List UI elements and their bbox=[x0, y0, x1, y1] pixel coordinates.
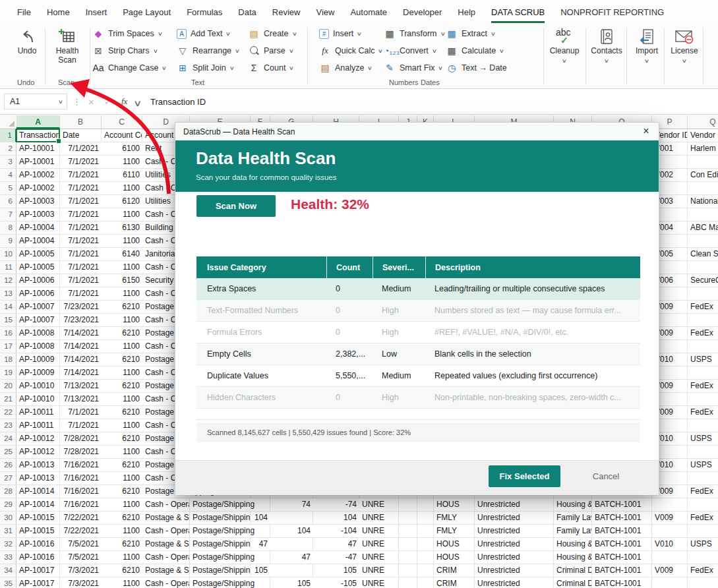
cell-I31[interactable]: UNRE bbox=[359, 525, 387, 537]
cell-A34[interactable]: AP-10017 bbox=[16, 564, 57, 577]
text-date-button[interactable]: ◷Text → Date bbox=[446, 61, 507, 75]
row-header-32[interactable]: 32 bbox=[0, 538, 16, 550]
tab-view[interactable]: View bbox=[308, 0, 342, 24]
cell-E31[interactable]: Postage/Shipping bbox=[190, 525, 257, 537]
cell-Q8[interactable]: ABC Maintenance bbox=[688, 221, 718, 234]
row-header-2[interactable]: 2 bbox=[0, 142, 16, 155]
cell-B20[interactable]: 7/13/2021 bbox=[60, 380, 102, 392]
cell-Q4[interactable]: Con Edison bbox=[688, 169, 718, 181]
cell-C35[interactable]: 1100 bbox=[102, 577, 142, 588]
row-header-10[interactable]: 10 bbox=[0, 248, 16, 260]
cell-Q18[interactable]: USPS bbox=[688, 353, 715, 366]
row-header-17[interactable]: 17 bbox=[0, 340, 16, 353]
tab-home[interactable]: Home bbox=[39, 0, 78, 24]
cell-M35[interactable]: Unrestricted bbox=[475, 577, 523, 588]
cell-O31[interactable]: BATCH-1001 bbox=[592, 525, 643, 537]
cell-D30[interactable]: Postage & Shipping bbox=[142, 512, 189, 524]
scan-now-button[interactable]: Scan Now bbox=[196, 195, 276, 217]
tab-developer[interactable]: Developer bbox=[395, 0, 450, 24]
issue-row-formula-errors[interactable]: Formula Errors0High#REF!, #VALUE!, #N/A,… bbox=[196, 322, 640, 343]
cell-B7[interactable]: 7/1/2021 bbox=[60, 208, 102, 221]
cell-A10[interactable]: AP-10005 bbox=[16, 248, 57, 260]
cell-B2[interactable]: 7/1/2021 bbox=[60, 142, 102, 155]
cell-C25[interactable]: 1100 bbox=[102, 446, 142, 458]
cell-O32[interactable]: BATCH-1001 bbox=[592, 538, 643, 550]
tab-formulas[interactable]: Formulas bbox=[179, 0, 230, 24]
cleanup-button[interactable]: abc✓Cleanup∨ bbox=[546, 28, 583, 64]
cell-D6[interactable]: Utilities bbox=[142, 195, 173, 208]
cell-C8[interactable]: 6130 bbox=[102, 221, 142, 234]
change-case-button[interactable]: AaChange Case∨ bbox=[92, 61, 166, 75]
cell-A27[interactable]: AP-10013 bbox=[16, 472, 57, 485]
fix-selected-button[interactable]: Fix Selected bbox=[489, 465, 560, 487]
import-button[interactable]: Import∨ bbox=[628, 28, 665, 64]
issue-row-duplicate-values[interactable]: Duplicate Values5,550,...MediumRepeated … bbox=[196, 365, 640, 387]
cell-L33[interactable]: HOUS bbox=[434, 551, 462, 564]
cell-C21[interactable]: 1100 bbox=[102, 393, 142, 405]
formula-input[interactable]: Transaction ID bbox=[150, 94, 206, 109]
cell-F32[interactable]: 47 bbox=[251, 538, 270, 550]
row-header-35[interactable]: 35 bbox=[0, 577, 16, 588]
cell-L31[interactable]: FMLY bbox=[434, 525, 460, 537]
cell-I34[interactable]: UNRE bbox=[359, 564, 387, 577]
cell-A8[interactable]: AP-10004 bbox=[16, 221, 57, 234]
row-header-11[interactable]: 11 bbox=[0, 261, 16, 274]
cell-E30[interactable]: Postage/Shipping bbox=[190, 512, 250, 524]
cell-A4[interactable]: AP-10002 bbox=[16, 169, 57, 181]
cell-N31[interactable]: Family Law bbox=[554, 525, 591, 537]
cell-B32[interactable]: 7/5/2021 bbox=[60, 538, 102, 550]
cell-A18[interactable]: AP-10009 bbox=[16, 353, 57, 366]
cell-N35[interactable]: Criminal Defense bbox=[554, 577, 591, 588]
name-box[interactable]: A1 ∨ bbox=[4, 94, 67, 109]
cell-I33[interactable]: UNRE bbox=[359, 551, 387, 564]
row-header-28[interactable]: 28 bbox=[0, 485, 16, 498]
cell-B6[interactable]: 7/1/2021 bbox=[60, 195, 102, 208]
cell-D12[interactable]: Security bbox=[142, 274, 176, 287]
cell-N34[interactable]: Criminal Defense bbox=[554, 564, 591, 577]
row-header-29[interactable]: 29 bbox=[0, 498, 16, 511]
row-header-19[interactable]: 19 bbox=[0, 367, 16, 379]
cell-C3[interactable]: 1100 bbox=[102, 156, 142, 168]
cell-Q30[interactable]: FedEx bbox=[688, 512, 716, 524]
cell-A7[interactable]: AP-10003 bbox=[16, 208, 57, 221]
cell-I32[interactable]: UNRE bbox=[359, 538, 387, 550]
cell-L35[interactable]: CRIM bbox=[434, 577, 460, 588]
row-header-34[interactable]: 34 bbox=[0, 564, 16, 577]
cell-C15[interactable]: 1100 bbox=[102, 314, 142, 326]
cell-B16[interactable]: 7/14/2021 bbox=[60, 327, 102, 339]
row-header-24[interactable]: 24 bbox=[0, 432, 16, 445]
row-header-7[interactable]: 7 bbox=[0, 208, 16, 221]
cell-Q16[interactable]: FedEx bbox=[688, 327, 716, 339]
cell-C33[interactable]: 1100 bbox=[102, 551, 142, 564]
cell-B35[interactable]: 7/3/2021 bbox=[60, 577, 102, 588]
cell-C18[interactable]: 6210 bbox=[102, 353, 142, 366]
cell-A16[interactable]: AP-10008 bbox=[16, 327, 57, 339]
strip-chars-button[interactable]: ⊠Strip Chars∨ bbox=[92, 44, 157, 58]
cell-O30[interactable]: BATCH-1001 bbox=[592, 512, 643, 524]
cell-O29[interactable]: BATCH-1001 bbox=[592, 498, 643, 511]
cell-B10[interactable]: 7/1/2021 bbox=[60, 248, 102, 260]
cell-Q20[interactable]: FedEx bbox=[688, 380, 716, 392]
insert-button[interactable]: #Insert∨ bbox=[319, 26, 361, 41]
cell-C22[interactable]: 6210 bbox=[102, 406, 142, 419]
cell-C11[interactable]: 1100 bbox=[102, 261, 142, 274]
cell-B29[interactable]: 7/16/2021 bbox=[60, 498, 102, 511]
contacts-button[interactable]: Contacts∨ bbox=[588, 28, 625, 64]
cell-B24[interactable]: 7/28/2021 bbox=[60, 432, 102, 445]
cell-B19[interactable]: 7/14/2021 bbox=[60, 367, 102, 379]
cell-I35[interactable]: UNRE bbox=[359, 577, 387, 588]
cell-A3[interactable]: AP-10001 bbox=[16, 156, 57, 168]
cell-B34[interactable]: 7/3/2021 bbox=[60, 564, 102, 577]
cell-M34[interactable]: Unrestricted bbox=[475, 564, 523, 577]
tab-data-scrub[interactable]: DATA SCRUB bbox=[483, 0, 553, 24]
cell-B4[interactable]: 7/1/2021 bbox=[60, 169, 102, 181]
row-header-3[interactable]: 3 bbox=[0, 156, 16, 168]
cell-G29[interactable]: 74 bbox=[270, 498, 313, 511]
cell-C28[interactable]: 6210 bbox=[102, 485, 142, 498]
cell-C31[interactable]: 1100 bbox=[102, 525, 142, 537]
cell-C1[interactable]: Account Code bbox=[102, 129, 142, 142]
cell-D31[interactable]: Cash - Operating bbox=[142, 525, 189, 537]
cell-A19[interactable]: AP-10009 bbox=[16, 367, 57, 379]
tab-insert[interactable]: Insert bbox=[78, 0, 115, 24]
cell-A25[interactable]: AP-10012 bbox=[16, 446, 57, 458]
